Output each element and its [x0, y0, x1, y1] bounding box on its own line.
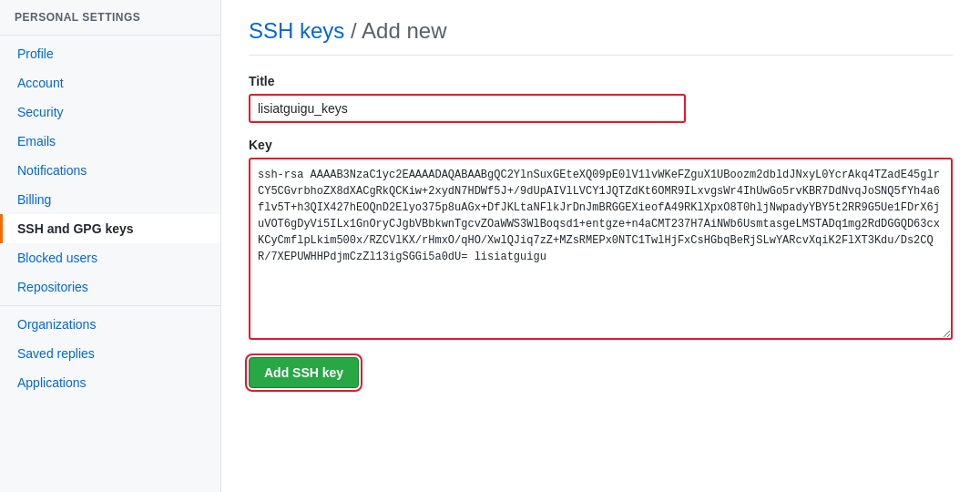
sidebar-item-organizations[interactable]: Organizations [0, 310, 220, 339]
sidebar-item-blocked-users[interactable]: Blocked users [0, 243, 220, 272]
sidebar-item-account[interactable]: Account [0, 68, 220, 97]
sidebar-item-security[interactable]: Security [0, 97, 220, 127]
submit-group: Add SSH key [249, 357, 953, 388]
sidebar: Personal settings Profile Account Securi… [0, 0, 221, 492]
sidebar-item-notifications[interactable]: Notifications [0, 156, 220, 185]
key-label: Key [249, 138, 953, 152]
title-input[interactable] [249, 94, 686, 123]
sidebar-item-profile[interactable]: Profile [0, 39, 220, 68]
title-label: Title [249, 74, 953, 88]
sidebar-item-billing[interactable]: Billing [0, 185, 220, 214]
sidebar-divider-bottom [0, 305, 220, 306]
sidebar-divider-top [0, 35, 220, 36]
sidebar-item-saved-replies[interactable]: Saved replies [0, 339, 220, 368]
title-group: Title [249, 74, 953, 123]
breadcrumb-current: Add new [362, 18, 446, 43]
key-textarea[interactable]: ssh-rsa AAAAB3NzaC1yc2EAAAADAQABAABgQC2Y… [249, 158, 953, 340]
breadcrumb-separator: / [344, 18, 362, 43]
sidebar-item-ssh-gpg-keys[interactable]: SSH and GPG keys [0, 214, 220, 243]
sidebar-item-repositories[interactable]: Repositories [0, 272, 220, 302]
sidebar-item-applications[interactable]: Applications [0, 368, 220, 397]
breadcrumb-link[interactable]: SSH keys [249, 18, 344, 43]
add-ssh-key-button[interactable]: Add SSH key [249, 357, 359, 388]
page-header: SSH keys / Add new [249, 18, 953, 56]
key-group: Key ssh-rsa AAAAB3NzaC1yc2EAAAADAQABAABg… [249, 138, 953, 343]
sidebar-item-emails[interactable]: Emails [0, 127, 220, 156]
main-content: SSH keys / Add new Title Key ssh-rsa AAA… [221, 0, 980, 492]
sidebar-heading: Personal settings [0, 0, 220, 31]
